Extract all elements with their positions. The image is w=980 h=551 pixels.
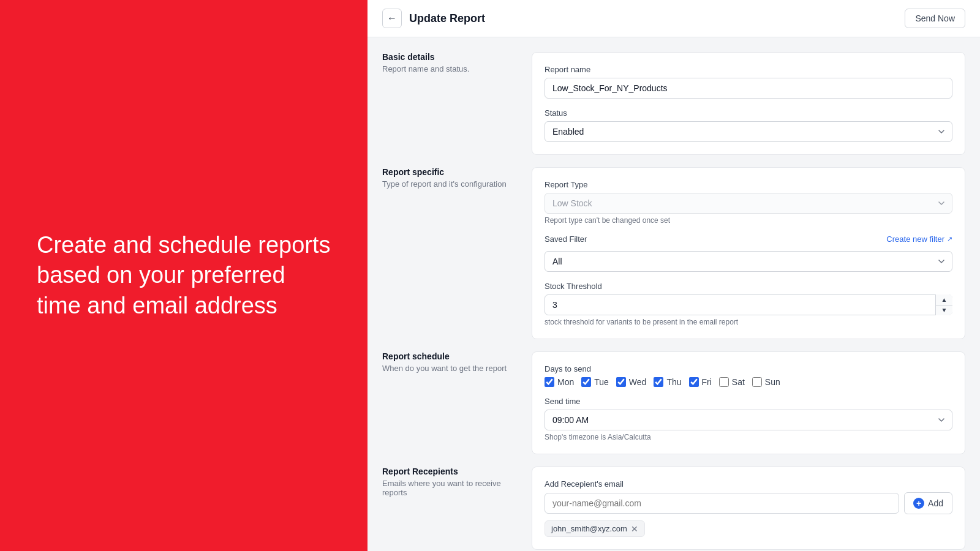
stock-threshold-hint: stock threshold for variants to be prese… — [545, 318, 952, 326]
stock-threshold-input[interactable] — [545, 294, 952, 315]
tagline: Create and schedule reports based on you… — [37, 230, 331, 321]
day-thu-checkbox[interactable] — [654, 377, 663, 387]
report-recipients-card: Add Recepient's email + Add john_smith@x… — [532, 467, 965, 550]
basic-details-desc: Report name and status. — [382, 64, 517, 73]
report-specific-label: Report specific Type of report and it's … — [382, 167, 517, 339]
decrement-arrow[interactable]: ▼ — [936, 305, 952, 316]
day-mon-label: Mon — [557, 377, 574, 387]
stock-threshold-label: Stock Threshold — [545, 282, 952, 291]
add-email-field: Add Recepient's email + Add john_smith@x… — [545, 479, 952, 537]
status-field: Status Enabled Disabled — [545, 108, 952, 142]
report-type-label: Report Type — [545, 180, 952, 189]
add-icon: + — [913, 498, 924, 509]
report-specific-section: Report specific Type of report and it's … — [382, 167, 965, 339]
timezone-hint: Shop's timezone is Asia/Calcutta — [545, 433, 952, 441]
right-panel: ← Update Report Send Now Basic details R… — [368, 0, 980, 551]
report-schedule-section: Report schedule When do you want to get … — [382, 351, 965, 454]
email-input-wrapper — [545, 493, 899, 514]
create-filter-text: Create new filter — [886, 234, 944, 244]
day-tue-label: Tue — [594, 377, 609, 387]
email-tags-container: john_smith@xyz.com ✕ — [545, 514, 952, 537]
report-type-field: Report Type Low Stock Report type can't … — [545, 180, 952, 225]
day-mon-checkbox[interactable] — [545, 377, 554, 387]
day-sun[interactable]: Sun — [752, 377, 780, 387]
day-fri-checkbox[interactable] — [689, 377, 699, 387]
add-email-button[interactable]: + Add — [904, 492, 952, 514]
day-wed-checkbox[interactable] — [616, 377, 626, 387]
send-time-select[interactable]: 09:00 AM 10:00 AM 11:00 AM 12:00 PM — [545, 410, 952, 430]
email-tag: john_smith@xyz.com ✕ — [545, 520, 645, 537]
email-input-row: + Add — [545, 492, 952, 514]
page-title: Update Report — [409, 12, 485, 25]
day-tue[interactable]: Tue — [581, 377, 609, 387]
report-specific-desc: Type of report and it's configuration — [382, 179, 517, 189]
days-to-send-container: Mon Tue Wed Thu — [545, 377, 952, 387]
send-time-label: Send time — [545, 397, 952, 406]
page-header: ← Update Report Send Now — [368, 0, 980, 37]
day-sat[interactable]: Sat — [719, 377, 745, 387]
email-tag-remove[interactable]: ✕ — [631, 525, 638, 533]
stock-threshold-field: Stock Threshold ▲ ▼ stock threshold for … — [545, 282, 952, 326]
saved-filter-select[interactable]: All — [545, 251, 952, 272]
day-tue-checkbox[interactable] — [581, 377, 591, 387]
header-left: ← Update Report — [382, 9, 485, 28]
day-fri[interactable]: Fri — [689, 377, 712, 387]
report-schedule-card: Days to send Mon Tue Wed — [532, 351, 965, 454]
basic-details-title: Basic details — [382, 52, 517, 62]
day-wed[interactable]: Wed — [616, 377, 647, 387]
basic-details-card: Report name Status Enabled Disabled — [532, 52, 965, 155]
email-input[interactable] — [545, 493, 899, 514]
days-to-send-label: Days to send — [545, 364, 952, 373]
day-thu-label: Thu — [666, 377, 681, 387]
add-email-label: Add Recepient's email — [545, 479, 952, 489]
left-panel: Create and schedule reports based on you… — [0, 0, 368, 551]
back-button[interactable]: ← — [382, 9, 402, 28]
saved-filter-label: Saved Filter — [545, 234, 587, 244]
report-schedule-title: Report schedule — [382, 351, 517, 361]
email-tag-value: john_smith@xyz.com — [551, 524, 627, 533]
create-new-filter-link[interactable]: Create new filter ↗ — [886, 234, 952, 244]
saved-filter-row: Saved Filter Create new filter ↗ — [545, 234, 952, 244]
report-specific-title: Report specific — [382, 167, 517, 177]
status-label: Status — [545, 108, 952, 118]
report-recipients-title: Report Recepients — [382, 467, 517, 476]
report-recipients-label: Report Recepients Emails where you want … — [382, 467, 517, 550]
day-thu[interactable]: Thu — [654, 377, 681, 387]
report-type-hint: Report type can't be changed once set — [545, 216, 952, 225]
basic-details-label: Basic details Report name and status. — [382, 52, 517, 155]
report-recipients-section: Report Recepients Emails where you want … — [382, 467, 965, 550]
days-to-send-field: Days to send Mon Tue Wed — [545, 364, 952, 387]
report-type-select[interactable]: Low Stock — [545, 193, 952, 214]
day-sun-checkbox[interactable] — [752, 377, 762, 387]
number-arrows: ▲ ▼ — [935, 294, 952, 315]
day-sat-checkbox[interactable] — [719, 377, 729, 387]
basic-details-section: Basic details Report name and status. Re… — [382, 52, 965, 155]
day-mon[interactable]: Mon — [545, 377, 574, 387]
saved-filter-field: Saved Filter Create new filter ↗ All — [545, 234, 952, 272]
day-sun-label: Sun — [765, 377, 780, 387]
external-link-icon: ↗ — [947, 235, 952, 243]
day-fri-label: Fri — [702, 377, 712, 387]
report-recipients-desc: Emails where you want to receive reports — [382, 479, 517, 497]
add-btn-label: Add — [928, 498, 943, 508]
report-name-input[interactable] — [545, 78, 952, 99]
day-sat-label: Sat — [732, 377, 745, 387]
send-now-button[interactable]: Send Now — [905, 9, 965, 28]
report-name-label: Report name — [545, 65, 952, 74]
report-schedule-label: Report schedule When do you want to get … — [382, 351, 517, 454]
day-wed-label: Wed — [629, 377, 647, 387]
status-select[interactable]: Enabled Disabled — [545, 121, 952, 142]
report-name-field: Report name — [545, 65, 952, 99]
increment-arrow[interactable]: ▲ — [936, 294, 952, 305]
report-schedule-desc: When do you want to get the report — [382, 364, 517, 373]
send-time-field: Send time 09:00 AM 10:00 AM 11:00 AM 12:… — [545, 397, 952, 441]
content: Basic details Report name and status. Re… — [368, 37, 980, 551]
stock-threshold-wrapper: ▲ ▼ — [545, 294, 952, 315]
report-specific-card: Report Type Low Stock Report type can't … — [532, 167, 965, 339]
